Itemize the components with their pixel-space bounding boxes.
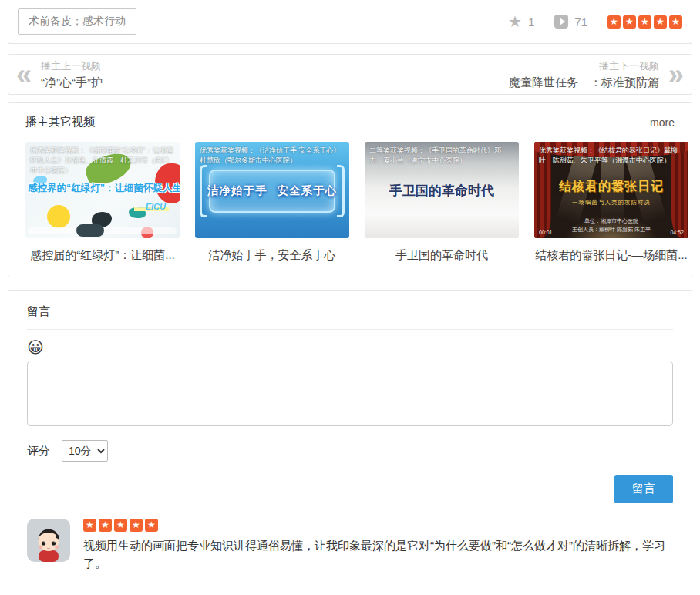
prev-video-link[interactable]: « 播主上一视频 “净”心“手”护 xyxy=(16,59,103,90)
thumbnail-main-title: 洁净始于手 安全系于心 xyxy=(195,183,349,198)
player-scrub-thumb xyxy=(76,224,104,237)
comment-text: 视频用生动的画面把专业知识讲得通俗易懂，让我印象最深的是它对“为什么要做”和“怎… xyxy=(83,537,673,572)
emoji-picker-button[interactable]: 😀 xyxy=(27,339,44,355)
more-link[interactable]: more xyxy=(650,116,675,129)
thumbnail-main-title: 结核君的嚣张日记 xyxy=(534,179,688,195)
rating-star-icon[interactable]: ★ xyxy=(669,15,682,29)
next-video-link[interactable]: 播主下一视频 魔童降世任务二：标准预防篇 » xyxy=(509,59,684,90)
thumbnail-subtitle: 一场细菌与人类的攻防对决 xyxy=(534,199,688,207)
comment-entry: ★ ★ ★ ★ ★ 视频用生动的画面把专业知识讲得通俗易懂，让我印象最深的是它对… xyxy=(27,519,673,572)
video-caption-2[interactable]: 洁净始于手，安全系于心 xyxy=(195,248,349,263)
chevron-left-icon[interactable]: « xyxy=(16,59,32,90)
time-end: 04:52 xyxy=(670,230,684,235)
rating-star-icon: ★ xyxy=(145,519,158,532)
favorite-count: 1 xyxy=(528,15,534,29)
video-item-3[interactable]: 二等奖获奖视频：《手卫国的革命时代》邓力、夏小兰（遂宁市中心医院） 手卫国的革命… xyxy=(365,142,519,263)
video-caption-3[interactable]: 手卫国的革命时代 xyxy=(365,248,519,263)
prev-video-title[interactable]: “净”心“手”护 xyxy=(41,76,103,90)
next-video-label: 播主下一视频 xyxy=(509,59,659,73)
rating-star-icon[interactable]: ★ xyxy=(654,15,667,29)
rating-star-icon[interactable]: ★ xyxy=(607,15,621,29)
rating-select[interactable]: 10分 xyxy=(62,440,108,462)
rating-star-icon[interactable]: ★ xyxy=(623,15,636,29)
thumbnail-overlay-text: 优秀奖获奖视频：《感控届的“红绿灯”：让细菌怀疑人生》孙超艳、孔倩霞、杜艺贝等（… xyxy=(30,146,175,176)
view-count-group: 71 xyxy=(554,15,587,29)
video-thumbnail-row: 优秀奖获奖视频：《感控届的“红绿灯”：让细菌怀疑人生》孙超艳、孔倩霞、杜艺贝等（… xyxy=(25,142,675,263)
rating-star-icon: ★ xyxy=(83,519,96,532)
video-thumbnail-1[interactable]: 优秀奖获奖视频：《感控届的“红绿灯”：让细菌怀疑人生》孙超艳、孔倩霞、杜艺贝等（… xyxy=(25,142,180,238)
prev-next-nav-card: « 播主上一视频 “净”心“手”护 播主下一视频 魔童降世任务二：标准预防篇 » xyxy=(8,54,692,95)
thumbnail-main-title: 感控界的“红绿灯”：让细菌怀疑人生 xyxy=(28,182,177,195)
time-start: 00:01 xyxy=(539,230,553,235)
rating-label: 评分 xyxy=(27,444,50,459)
thumbnail-credits: 单位：湘潭市中心医院 主创人员：戴柳叶 陈甜茹 朱卫平 xyxy=(534,217,688,234)
rating-star-icon: ★ xyxy=(114,519,127,532)
submit-comment-button[interactable]: 留言 xyxy=(614,475,673,503)
rating-star-icon[interactable]: ★ xyxy=(638,15,651,29)
view-count: 71 xyxy=(574,15,587,29)
play-count-icon xyxy=(554,15,568,29)
thumbnail-signature: —EICU xyxy=(134,202,169,211)
video-rating-stars[interactable]: ★ ★ ★ ★ ★ xyxy=(607,15,682,29)
favorite-star-icon: ★ xyxy=(508,14,522,29)
comment-rating-stars: ★ ★ ★ ★ ★ xyxy=(83,519,673,532)
commenter-avatar xyxy=(27,519,70,562)
thumbnail-overlay-text: 优秀奖获奖视频：《结核君的嚣张日记》戴柳叶、陈甜茹、朱卫平等（湘潭市中心医院） xyxy=(539,146,684,166)
other-videos-card: 播主其它视频 more 优秀奖获奖视频：《感控届的“红绿灯”：让细菌怀疑人生》孙… xyxy=(8,102,692,277)
video-item-4[interactable]: 优秀奖获奖视频：《结核君的嚣张日记》戴柳叶、陈甜茹、朱卫平等（湘潭市中心医院） … xyxy=(534,142,688,263)
video-caption-1[interactable]: 感控届的“红绿灯”：让细菌... xyxy=(25,248,180,263)
chevron-right-icon[interactable]: » xyxy=(668,59,684,90)
player-scrub-bar xyxy=(29,227,177,234)
comments-card: 留言 😀 评分 10分 留言 xyxy=(8,290,692,595)
paint-blob xyxy=(47,205,70,228)
rating-star-icon: ★ xyxy=(130,519,143,532)
rating-star-icon: ★ xyxy=(99,519,112,532)
comments-section-title: 留言 xyxy=(27,304,673,330)
video-caption-4[interactable]: 结核君的嚣张日记-—场细菌... xyxy=(534,248,688,263)
thumbnail-main-title: 手卫国的革命时代 xyxy=(365,182,519,200)
thumbnail-overlay-text: 二等奖获奖视频：《手卫国的革命时代》邓力、夏小兰（遂宁市中心医院） xyxy=(369,146,514,166)
next-video-title[interactable]: 魔童降世任务二：标准预防篇 xyxy=(509,76,659,90)
video-item-2[interactable]: 优秀奖获奖视频：《洁净始于手 安全系于心》杜慧欣（鄂尔多斯市中心医院） 洁净始于… xyxy=(195,142,349,263)
prev-video-label: 播主上一视频 xyxy=(41,59,103,73)
video-item-1[interactable]: 优秀奖获奖视频：《感控届的“红绿灯”：让细菌怀疑人生》孙超艳、孔倩霞、杜艺贝等（… xyxy=(25,142,180,263)
comment-input[interactable] xyxy=(27,361,673,426)
thumbnail-overlay-text: 优秀奖获奖视频：《洁净始于手 安全系于心》杜慧欣（鄂尔多斯市中心医院） xyxy=(200,146,345,166)
favorite-count-group: ★ 1 xyxy=(508,14,534,29)
video-thumbnail-2[interactable]: 优秀奖获奖视频：《洁净始于手 安全系于心》杜慧欣（鄂尔多斯市中心医院） 洁净始于… xyxy=(195,142,349,238)
video-title-tag[interactable]: 术前备皮；感术行动 xyxy=(18,8,136,35)
video-thumbnail-4[interactable]: 优秀奖获奖视频：《结核君的嚣张日记》戴柳叶、陈甜茹、朱卫平等（湘潭市中心医院） … xyxy=(534,142,688,238)
video-thumbnail-3[interactable]: 二等奖获奖视频：《手卫国的革命时代》邓力、夏小兰（遂宁市中心医院） 手卫国的革命… xyxy=(365,142,519,238)
video-title-card: 术前备皮；感术行动 ★ 1 71 ★ ★ ★ ★ ★ xyxy=(8,0,692,44)
other-videos-title: 播主其它视频 xyxy=(25,115,95,129)
